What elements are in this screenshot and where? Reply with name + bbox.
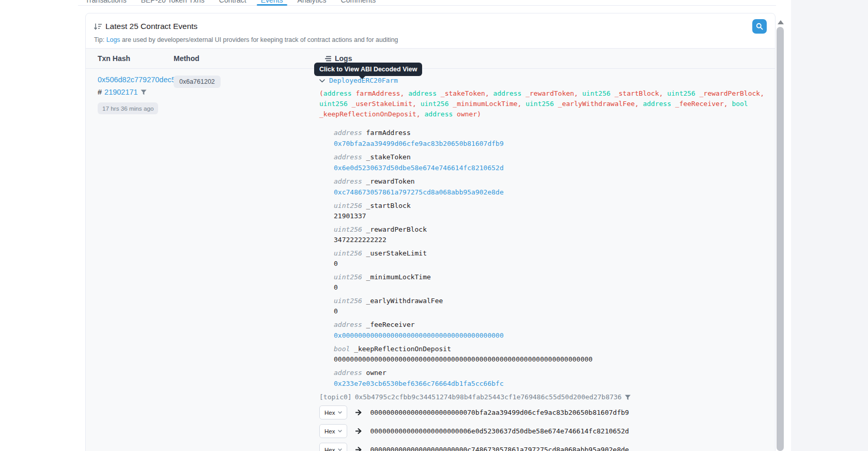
search-icon xyxy=(756,23,763,30)
txn-cell: 0x506d82c779270dec58... # 21902171 17 hr… xyxy=(98,73,174,451)
method-cell: 0x6a761202 xyxy=(174,73,319,451)
event-param-farmaddress: address farmAddress0x70bfa2aa39499d06cfe… xyxy=(334,128,775,149)
method-badge: 0x6a761202 xyxy=(174,76,221,88)
scrollbar-thumb[interactable] xyxy=(777,27,784,451)
data-row: Hex00000000000000000000000070bfa2aa39499… xyxy=(319,405,775,419)
event-param-minimumlocktime: uint256 _minimumLockTime0 xyxy=(334,272,775,293)
name-token: _userStakeLimit, xyxy=(348,100,421,108)
hash-symbol: # xyxy=(98,88,102,96)
filter-icon[interactable] xyxy=(625,395,631,400)
signature-line: uint256 _userStakeLimit, uint256 _minimu… xyxy=(319,99,775,109)
event-param-earlywithdrawalfee: uint256 _earlyWithdrawalFee0 xyxy=(334,296,775,317)
param-name: _userStakeLimit xyxy=(362,249,427,257)
data-hex-value: 000000000000000000000000c748673057861a79… xyxy=(370,446,629,451)
tab-analytics[interactable]: Analytics xyxy=(290,0,334,6)
right-gutter xyxy=(791,0,868,451)
type-token: address xyxy=(643,100,671,108)
event-param-feereceiver: address _feeReceiver0x000000000000000000… xyxy=(334,320,775,341)
tab-transactions[interactable]: Transactions xyxy=(78,0,134,6)
param-name: _rewardPerBlock xyxy=(362,226,427,233)
param-value-keepreflectionondeposit: 0000000000000000000000000000000000000000… xyxy=(334,354,775,365)
logs-link[interactable]: Logs xyxy=(106,36,120,43)
tab-bar: TransactionsBEP-20 Token TxnsContractEve… xyxy=(78,0,776,6)
filter-icon[interactable] xyxy=(141,89,147,95)
arrow-right-icon xyxy=(347,428,370,434)
signature-line: _keepReflectionOnDeposit, address owner) xyxy=(319,109,775,119)
name-token: _rewardPerBlock, xyxy=(695,89,764,97)
data-hex-value: 00000000000000000000000070bfa2aa39499d06… xyxy=(370,409,629,416)
data-row: Hex000000000000000000000000c748673057861… xyxy=(319,443,775,451)
event-signature: (address farmAddress, address _stakeToke… xyxy=(319,88,775,119)
event-param-userstakelimit: uint256 _userStakeLimit0 xyxy=(334,248,775,269)
param-value-staketoken[interactable]: 0x6e0d5230637d50dbe58e674e746614fc821065… xyxy=(334,163,504,173)
hex-format-dropdown[interactable]: Hex xyxy=(319,405,347,419)
scrollbar[interactable] xyxy=(776,0,791,451)
tooltip-arrow xyxy=(359,76,366,79)
param-type: uint256 xyxy=(334,297,362,305)
param-name: farmAddress xyxy=(362,129,411,137)
param-value-userstakelimit: 0 xyxy=(334,259,775,269)
type-token: address xyxy=(323,89,352,97)
param-type: uint256 xyxy=(334,273,362,281)
param-label: uint256 _userStakeLimit xyxy=(334,248,775,259)
txn-hash-link[interactable]: 0x506d82c779270dec58... xyxy=(98,74,174,85)
param-value-rewardtoken[interactable]: 0xc748673057861a797275cd8a068abb95a902e8… xyxy=(334,187,504,198)
param-type: address xyxy=(334,321,362,328)
param-type: uint256 xyxy=(334,202,362,209)
param-type: address xyxy=(334,129,362,137)
event-params: address farmAddress0x70bfa2aa39499d06cfe… xyxy=(319,128,775,389)
scroll-up-icon[interactable] xyxy=(778,20,784,24)
caret-down-icon xyxy=(338,448,342,451)
topic0-line: [topic0] 0x5b4795c2cfbb9c34451274b98b4fa… xyxy=(319,392,775,402)
name-token: _minimumLockTime, xyxy=(448,100,525,108)
signature-line: (address farmAddress, address _stakeToke… xyxy=(319,88,775,99)
events-card: Latest 25 Contract Events Tip: Logs are … xyxy=(85,13,776,451)
tab-events[interactable]: Events xyxy=(254,0,290,6)
param-name: owner xyxy=(362,369,386,377)
param-value-rewardperblock: 3472222222222 xyxy=(334,235,775,245)
param-value-farmaddress[interactable]: 0x70bfa2aa39499d06cfe9ac83b20650b81607df… xyxy=(334,139,504,149)
data-rows: Hex00000000000000000000000070bfa2aa39499… xyxy=(319,405,775,451)
block-number-link[interactable]: 21902171 xyxy=(104,88,138,96)
param-value-startblock: 21901337 xyxy=(334,211,775,221)
param-label: uint256 _minimumLockTime xyxy=(334,272,775,282)
hex-format-dropdown[interactable]: Hex xyxy=(319,443,347,451)
param-label: address _stakeToken xyxy=(334,152,775,162)
data-hex-value: 0000000000000000000000006e0d5230637d50db… xyxy=(370,427,629,435)
tab-bep-20-token-txns[interactable]: BEP-20 Token Txns xyxy=(134,0,212,6)
param-name: _keepReflectionOnDeposit xyxy=(350,345,451,353)
topic0-hash: 0x5b4795c2cfbb9c34451274b98b4fab25443cf1… xyxy=(355,392,622,402)
param-name: _stakeToken xyxy=(362,153,411,161)
hex-format-label: Hex xyxy=(324,410,335,416)
name-token: _keepReflectionOnDeposit, xyxy=(319,110,425,118)
param-value-feereceiver[interactable]: 0x00000000000000000000000000000000000000… xyxy=(334,330,504,341)
param-value-owner[interactable]: 0x233e7e03cb6530bef6366c76664db1fa5cc66b… xyxy=(334,379,504,389)
search-button[interactable] xyxy=(752,19,767,34)
tab-comments[interactable]: Comments xyxy=(334,0,383,6)
param-value-earlywithdrawalfee: 0 xyxy=(334,306,775,317)
column-header-txn-hash: Txn Hash xyxy=(98,54,174,63)
type-token: address xyxy=(493,89,522,97)
table-row: 0x506d82c779270dec58... # 21902171 17 hr… xyxy=(86,69,775,451)
param-name: _feeReceiver xyxy=(362,321,415,328)
data-row: Hex0000000000000000000000006e0d5230637d5… xyxy=(319,424,775,438)
logs-cell: DeployedERC20Farm (address farmAddress, … xyxy=(319,73,775,451)
param-type: address xyxy=(334,369,362,377)
param-name: _rewardToken xyxy=(362,177,415,185)
name-token: _rewardToken, xyxy=(521,89,582,97)
card-header: Latest 25 Contract Events Tip: Logs are … xyxy=(86,13,775,48)
tab-contract[interactable]: Contract xyxy=(212,0,254,6)
chevron-down-icon[interactable] xyxy=(319,79,325,83)
block-line: # 21902171 xyxy=(98,88,174,96)
name-token: _startBlock, xyxy=(611,89,668,97)
param-label: uint256 _rewardPerBlock xyxy=(334,224,775,235)
param-label: uint256 _earlyWithdrawalFee xyxy=(334,296,775,306)
type-token: address xyxy=(408,89,437,97)
hex-format-label: Hex xyxy=(324,447,335,451)
param-label: address owner xyxy=(334,368,775,378)
sort-amount-icon xyxy=(94,23,102,30)
param-name: _earlyWithdrawalFee xyxy=(362,297,443,305)
hex-format-dropdown[interactable]: Hex xyxy=(319,424,347,438)
name-token: owner) xyxy=(453,110,481,118)
column-header-logs: Logs xyxy=(319,54,775,63)
